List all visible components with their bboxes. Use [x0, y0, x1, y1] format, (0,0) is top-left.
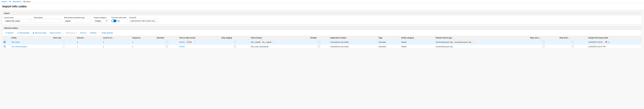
row-stop-level-cell[interactable] — [558, 40, 587, 45]
selected-entities-header: Selected entities — [2, 26, 642, 30]
sample-file-actions: 1/24/2025 5:43:47 PM — [588, 46, 640, 48]
nav-ax-operations[interactable]: AX : Operations — [9, 0, 21, 2]
info-icon[interactable]: ℹ — [608, 41, 610, 44]
row-stop-unit-e-cell[interactable] — [529, 45, 558, 49]
add-file-button[interactable]: + Add file ▾ — [4, 31, 15, 35]
sheet-lookup-dropdown[interactable]: Info_codes$ — [261, 40, 274, 44]
col-stop-unit-e: Stop unit e... — [529, 36, 558, 40]
col-source-data-format: Source data format — [178, 36, 220, 40]
row-sequence-cell: 2 — [131, 45, 156, 49]
description-label: Description — [34, 17, 61, 18]
group-name-input[interactable] — [4, 19, 31, 23]
entities-tbody: Info codes 📄 1 1 1 EXCEL EXCEL Info_code… — [2, 40, 642, 49]
description-input[interactable] — [34, 19, 61, 23]
row-stop-unit-e-cell[interactable] — [529, 40, 558, 45]
default-refresh-type-wrapper: Incremental push only Incremental push o… — [436, 40, 528, 44]
sample-file-actions: 1/24/2025 5:43:30 ... 📅 ℹ — [588, 41, 640, 44]
group-id-field: Group ID {3SD16A29-736A-4C5D-A91... — [129, 17, 158, 23]
row-default-refresh-type-cell: Incremental push only Incremental push o… — [434, 40, 529, 45]
open-in-excel-button[interactable]: Open in Excel — [48, 31, 62, 35]
row-disable-checkbox[interactable] — [318, 41, 320, 43]
row-sample-file-expiry-date-cell: 1/24/2025 5:43:47 PM — [587, 45, 642, 49]
row-radio-button[interactable] — [4, 41, 6, 43]
data-project-op-type-label: Data project operation type — [64, 17, 91, 18]
row-disable-cell[interactable] — [309, 45, 329, 49]
truncate-toggle-label: No — [118, 20, 120, 22]
row-stop-unit-e-checkbox[interactable] — [542, 45, 544, 48]
col-entity[interactable]: Entity — [10, 36, 52, 40]
row-execution-cell: 1 — [76, 40, 102, 45]
row-refresh-cell — [7, 45, 10, 49]
col-entity-category: Entity category — [400, 36, 434, 40]
entities-table: Entity View map Executi...↑ Level in ex.… — [2, 36, 642, 49]
row-stop-level-checkbox[interactable] — [572, 41, 574, 43]
import-form-row: Group name Description Data project oper… — [4, 17, 640, 23]
col-tags: Tags — [377, 36, 400, 40]
entities-table-wrapper: Entity View map Executi...↑ Level in ex.… — [2, 36, 642, 49]
project-category-field: Project category Project — [94, 17, 108, 23]
row-tags-cell: Infocodes — [377, 45, 400, 49]
source-data-format-value: EXCEL — [179, 41, 185, 43]
row-entity-cell: Info code translation — [10, 45, 52, 49]
row-entity-category-cell: Master — [400, 40, 434, 45]
remove-entity-button[interactable]: 🗑 Remove entity — [31, 31, 48, 35]
row-radio-cell[interactable] — [2, 45, 7, 49]
sample-file-expiry-date-value: 1/24/2025 5:43:47 PM — [588, 46, 606, 48]
row-skip-staging-checkbox[interactable] — [234, 45, 236, 48]
data-project-op-type-input[interactable] — [64, 19, 91, 23]
add-template-button[interactable]: + Add template — [16, 31, 30, 35]
col-default-refresh-type: Default refresh type — [434, 36, 529, 40]
view-map-page-icon[interactable]: 📄 — [62, 46, 65, 48]
default-refresh-type-dropdown[interactable]: Incremental push only — [453, 40, 474, 44]
row-view-map-cell: 📄 — [52, 40, 76, 45]
row-disable-checkbox[interactable] — [318, 45, 320, 48]
row-obsolete-cell[interactable] — [156, 45, 178, 49]
disable-button[interactable]: Disable ▾ — [88, 31, 98, 35]
table-row: Info codes 📄 1 1 1 EXCEL EXCEL Info_code… — [2, 40, 642, 45]
row-stop-unit-e-checkbox[interactable] — [542, 41, 544, 43]
entity-attribute-button[interactable]: Entity attribute — [100, 31, 114, 35]
row-skip-staging-checkbox[interactable] — [234, 41, 236, 43]
project-category-select[interactable]: Project — [94, 19, 108, 23]
data-project-op-type-field: Data project operation type — [64, 17, 91, 23]
top-navigation: Import | AX : Operations | My view ▾ — [0, 0, 644, 3]
resequence-button[interactable]: Resequence ▾ — [64, 31, 78, 35]
col-sample-file-expiry-date: Sample File Expiry Date — [587, 36, 642, 40]
default-refresh-type-value: Incremental push only — [436, 46, 453, 48]
default-refresh-type-wrapper: Incremental push only — [436, 46, 528, 48]
calendar-icon[interactable]: 📅 — [605, 41, 608, 44]
row-obsolete-checkbox[interactable] — [166, 45, 168, 48]
row-stop-level-cell[interactable] — [558, 45, 587, 49]
my-view-chevron-icon: ▾ — [30, 1, 30, 2]
source-data-format-dropdown[interactable]: EXCEL — [186, 40, 195, 44]
sort-by-button[interactable]: Sort by ▾ — [78, 31, 88, 35]
default-refresh-type-value: Incremental push only — [436, 41, 453, 43]
row-tags-cell: Infocodes — [377, 40, 400, 45]
row-entity-link[interactable]: Info code translation — [12, 46, 27, 48]
row-entity-link[interactable]: Info codes — [12, 41, 20, 43]
main-content: Import Group name Description Data proje… — [0, 10, 644, 52]
nav-separator-1: | — [8, 0, 8, 2]
row-default-refresh-type-cell: Incremental push only — [434, 45, 529, 49]
project-category-label: Project category — [94, 17, 108, 18]
row-sheet-lookup-cell: Info_codes$ Info_codes$ — [250, 40, 309, 45]
row-skip-staging-cell[interactable] — [220, 45, 250, 49]
group-name-label: Group name — [4, 17, 31, 18]
col-execution[interactable]: Executi...↑ — [76, 36, 102, 40]
col-level-in-ex: Level in ex... — [102, 36, 131, 40]
nav-my-view[interactable]: My view ▾ — [23, 0, 30, 2]
truncate-toggle[interactable] — [111, 20, 116, 22]
toolbar-separator-2 — [99, 32, 99, 34]
col-radio — [2, 36, 7, 40]
resequence-chevron-icon: ▾ — [76, 32, 77, 34]
toolbar-separator-1 — [63, 32, 64, 34]
view-map-page-icon[interactable]: 📄 — [62, 41, 65, 43]
row-disable-cell[interactable] — [309, 40, 329, 45]
row-skip-staging-cell[interactable] — [220, 40, 250, 45]
row-radio-cell[interactable] — [2, 40, 7, 45]
row-obsolete-cell[interactable] — [156, 40, 178, 45]
row-obsolete-checkbox[interactable] — [166, 41, 168, 43]
row-stop-level-checkbox[interactable] — [572, 45, 574, 48]
row-radio-button[interactable] — [4, 45, 6, 48]
nav-import-link[interactable]: Import — [2, 0, 7, 2]
